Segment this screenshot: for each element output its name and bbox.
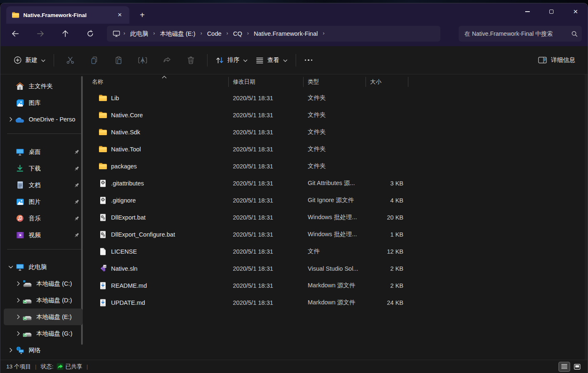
search-box[interactable]	[459, 26, 582, 42]
sidebar-item[interactable]: 图片	[4, 193, 83, 210]
breadcrumb-item[interactable]: Native.Framework-Final	[250, 29, 321, 39]
sidebar-item[interactable]: 下载	[4, 160, 83, 177]
file-size: 24 KB	[366, 299, 408, 306]
chevron-right-icon[interactable]	[14, 331, 23, 336]
more-options-button[interactable]	[300, 52, 317, 69]
monitor-icon	[113, 30, 120, 37]
svg-text:15: 15	[104, 265, 106, 267]
details-pane-button[interactable]: 详细信息	[533, 52, 580, 69]
sidebar-item[interactable]: 文档	[4, 177, 83, 193]
chevron-right-icon[interactable]	[6, 117, 15, 122]
file-row[interactable]: README.md2020/5/1 18:31Markdown 源文件2 KB	[88, 277, 588, 294]
file-row[interactable]: .gitattributes2020/5/1 18:31Git Attribut…	[88, 175, 588, 192]
sort-button[interactable]: 排序	[212, 52, 252, 69]
sidebar-item[interactable]: 网络	[4, 342, 83, 358]
plus-circle-icon	[14, 56, 22, 64]
view-button-label: 查看	[267, 56, 279, 64]
view-button[interactable]: 查看	[252, 52, 292, 69]
chevron-right-icon[interactable]	[14, 314, 23, 319]
share-button[interactable]	[158, 52, 176, 69]
maximize-button[interactable]	[539, 3, 563, 20]
sidebar-item[interactable]: 此电脑	[4, 259, 83, 275]
desktop-icon	[15, 148, 25, 156]
sidebar-item[interactable]: 本地磁盘 (E:)	[4, 309, 83, 325]
sidebar-item-label: 本地磁盘 (E:)	[36, 313, 83, 321]
new-tab-button[interactable]: +	[135, 9, 149, 21]
pin-icon	[74, 166, 79, 171]
column-header[interactable]: 大小	[366, 77, 408, 87]
view-icon	[256, 57, 264, 64]
delete-button[interactable]	[182, 52, 200, 69]
sidebar-item[interactable]: 桌面	[4, 143, 83, 160]
sidebar-item-label: 音乐	[29, 215, 74, 222]
column-header[interactable]: 修改日期	[229, 77, 304, 87]
breadcrumb[interactable]: ›此电脑›本地磁盘 (E:)›Code›CQ›Native.Framework-…	[107, 26, 440, 42]
explorer-tab[interactable]: Native.Framework-Final ×	[6, 6, 129, 24]
forward-button[interactable]	[32, 26, 49, 41]
new-button-label: 新建	[25, 56, 37, 64]
close-button[interactable]: ×	[563, 3, 588, 20]
chevron-right-icon[interactable]	[14, 298, 23, 303]
column-header[interactable]: 名称	[88, 77, 229, 87]
batfile-icon	[99, 231, 107, 238]
home-icon	[15, 82, 25, 90]
file-row[interactable]: DllExport.bat2020/5/1 18:31Windows 批处理..…	[88, 209, 588, 226]
breadcrumb-item[interactable]: Code	[204, 29, 225, 39]
breadcrumb-chevron-icon[interactable]: ›	[321, 30, 326, 36]
file-row[interactable]: .gitignore2020/5/1 18:31Git Ignore 源文件4 …	[88, 192, 588, 209]
pin-icon	[74, 149, 79, 155]
file-list-scrollbar[interactable]	[585, 74, 588, 360]
sidebar-item[interactable]: 主文件夹	[4, 78, 83, 94]
sidebar-item-label: 本地磁盘 (C:)	[36, 280, 83, 288]
sidebar-item[interactable]: 本地磁盘 (G:)	[4, 325, 83, 342]
windrive-icon	[23, 280, 32, 287]
sidebar-item[interactable]: 本地磁盘 (C:)	[4, 275, 83, 292]
chevron-right-icon[interactable]	[6, 348, 15, 353]
file-row[interactable]: LICENSE2020/5/1 18:31文件12 KB	[88, 243, 588, 260]
screen: Native.Framework-Final × + ×	[0, 0, 588, 373]
navigation-pane: 主文件夹图库OneDrive - Perso桌面下载文档图片音乐视频此电脑本地磁…	[0, 74, 88, 360]
videos-icon	[15, 232, 25, 239]
sidebar-item[interactable]: 音乐	[4, 210, 83, 227]
minimize-button[interactable]	[515, 3, 539, 20]
breadcrumb-item[interactable]: CQ	[230, 29, 246, 39]
sidebar-item[interactable]: OneDrive - Perso	[4, 111, 83, 128]
file-row[interactable]: Native.Sdk2020/5/1 18:31文件夹	[88, 124, 588, 141]
file-row[interactable]: Native.Core2020/5/1 18:31文件夹	[88, 106, 588, 124]
large-icons-view-button[interactable]	[572, 362, 583, 371]
mdfile-icon	[99, 299, 107, 306]
chevron-down-icon[interactable]	[6, 265, 15, 269]
file-row[interactable]: Native.Tool2020/5/1 18:31文件夹	[88, 141, 588, 158]
file-row[interactable]: UPDATE.md2020/5/1 18:31Markdown 源文件24 KB	[88, 294, 588, 311]
back-button[interactable]	[7, 26, 24, 41]
chevron-right-icon[interactable]	[14, 281, 23, 286]
file-date: 2020/5/1 18:31	[229, 282, 304, 289]
file-row[interactable]: packages2020/5/1 18:31文件夹	[88, 158, 588, 175]
sidebar-item[interactable]: 本地磁盘 (D:)	[4, 292, 83, 309]
column-headers: 名称修改日期类型大小	[88, 74, 588, 89]
search-input[interactable]	[464, 30, 569, 37]
file-row[interactable]: DllExport_Configure.bat2020/5/1 18:31Win…	[88, 226, 588, 243]
copy-button[interactable]	[85, 52, 104, 69]
column-header[interactable]: 类型	[304, 77, 366, 87]
sidebar-item[interactable]: 图库	[4, 94, 83, 111]
file-row[interactable]: Lib2020/5/1 18:31文件夹	[88, 89, 588, 106]
details-view-button[interactable]	[559, 362, 570, 371]
new-button[interactable]: 新建	[10, 52, 49, 69]
sidebar-item-label: 图库	[29, 99, 83, 107]
file-size: 12 KB	[366, 248, 408, 255]
file-row[interactable]: 15Native.sln2020/5/1 18:31Visual Studio …	[88, 260, 588, 277]
pictures-icon	[15, 198, 25, 205]
cut-button[interactable]	[61, 52, 79, 69]
paste-button[interactable]	[109, 52, 128, 69]
breadcrumb-item[interactable]: 此电脑	[127, 28, 152, 40]
up-button[interactable]	[57, 26, 74, 41]
refresh-button[interactable]	[82, 26, 99, 41]
breadcrumb-item[interactable]: 本地磁盘 (E:)	[157, 28, 199, 40]
tab-close-button[interactable]: ×	[114, 10, 125, 20]
rename-button[interactable]	[133, 52, 152, 69]
file-type: 文件夹	[304, 162, 366, 170]
sidebar-item[interactable]: 视频	[4, 227, 83, 243]
thispc-icon	[15, 264, 25, 271]
folder-icon	[99, 129, 107, 135]
